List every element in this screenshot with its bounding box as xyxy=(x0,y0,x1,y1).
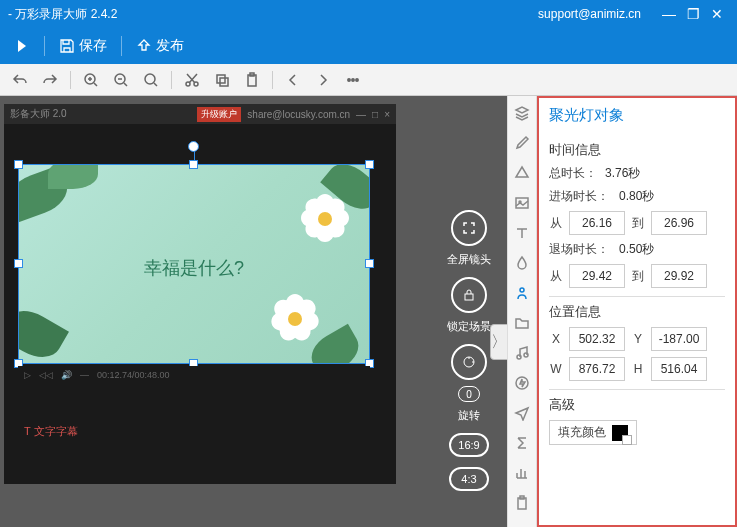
zoom-in-button[interactable] xyxy=(77,67,105,93)
save-button[interactable]: 保存 xyxy=(51,33,115,59)
advanced-section-title: 高级 xyxy=(549,389,725,414)
x-input[interactable] xyxy=(569,327,625,351)
ratio-16-9-button[interactable]: 16:9 xyxy=(449,433,489,457)
svg-rect-12 xyxy=(465,294,473,300)
fill-color-button[interactable]: 填充颜色 xyxy=(549,420,637,445)
more-button[interactable] xyxy=(339,67,367,93)
publish-button[interactable]: 发布 xyxy=(128,33,192,59)
back-button[interactable] xyxy=(279,67,307,93)
enter-duration-label: 进场时长： xyxy=(549,188,613,205)
video-caption: 幸福是什么? xyxy=(144,256,244,280)
undo-button[interactable] xyxy=(6,67,34,93)
from-label: 从 xyxy=(549,215,563,232)
pencil-icon[interactable] xyxy=(511,132,533,154)
embedded-min-icon: — xyxy=(356,109,366,120)
embedded-max-icon: □ xyxy=(372,109,378,120)
save-label: 保存 xyxy=(79,37,107,55)
embedded-url: share@locusky.com.cn xyxy=(247,109,350,120)
forward-button[interactable] xyxy=(309,67,337,93)
layers-icon[interactable] xyxy=(511,102,533,124)
zoom-fit-button[interactable] xyxy=(137,67,165,93)
exit-from-input[interactable] xyxy=(569,264,625,288)
app-title: - 万彩录屏大师 2.4.2 xyxy=(8,6,538,23)
h-label: H xyxy=(631,362,645,376)
video-frame: 幸福是什么? xyxy=(18,164,370,364)
svg-point-10 xyxy=(352,78,354,80)
save-icon xyxy=(59,38,75,54)
fullscreen-label: 全屏镜头 xyxy=(447,252,491,267)
image-icon[interactable] xyxy=(511,192,533,214)
svg-point-19 xyxy=(516,377,528,389)
svg-rect-5 xyxy=(217,75,225,83)
time-section-title: 时间信息 xyxy=(549,135,725,159)
support-link[interactable]: support@animiz.cn xyxy=(538,7,641,21)
person-icon[interactable] xyxy=(511,282,533,304)
plane-icon[interactable] xyxy=(511,402,533,424)
lock-scene-button[interactable] xyxy=(451,277,487,313)
copy-button[interactable] xyxy=(208,67,236,93)
fill-color-label: 填充颜色 xyxy=(558,424,606,441)
rotate-value: 0 xyxy=(458,386,480,402)
svg-point-17 xyxy=(517,355,521,359)
timecode: 00:12.74/00:48.00 xyxy=(97,370,170,380)
zoom-out-button[interactable] xyxy=(107,67,135,93)
enter-duration-value: 0.80秒 xyxy=(619,188,654,205)
from-label-2: 从 xyxy=(549,268,563,285)
embedded-title: 影备大师 2.0 xyxy=(10,107,67,121)
minimize-button[interactable]: — xyxy=(657,6,681,22)
publish-label: 发布 xyxy=(156,37,184,55)
enter-to-input[interactable] xyxy=(651,211,707,235)
player-controls[interactable]: ▷◁◁🔊— 00:12.74/00:48.00 xyxy=(18,366,370,384)
svg-point-2 xyxy=(145,74,155,84)
shape-icon[interactable] xyxy=(511,162,533,184)
close-button[interactable]: ✕ xyxy=(705,6,729,22)
properties-panel: 聚光灯对象 时间信息 总时长：3.76秒 进场时长：0.80秒 从 到 退场时长… xyxy=(537,96,737,527)
sigma-icon[interactable] xyxy=(511,432,533,454)
h-input[interactable] xyxy=(651,357,707,381)
side-toolbar xyxy=(507,96,537,527)
flash-icon[interactable] xyxy=(511,372,533,394)
svg-point-16 xyxy=(520,288,524,292)
clipboard-icon[interactable] xyxy=(511,492,533,514)
svg-rect-6 xyxy=(220,78,228,86)
y-label: Y xyxy=(631,332,645,346)
drop-icon[interactable] xyxy=(511,252,533,274)
ratio-4-3-button[interactable]: 4:3 xyxy=(449,467,489,491)
lock-label: 锁定场景 xyxy=(447,319,491,334)
exit-duration-label: 退场时长： xyxy=(549,241,613,258)
svg-point-11 xyxy=(356,78,358,80)
to-label: 到 xyxy=(631,215,645,232)
to-label-2: 到 xyxy=(631,268,645,285)
publish-icon xyxy=(136,38,152,54)
embedded-close-icon: × xyxy=(384,109,390,120)
exit-to-input[interactable] xyxy=(651,264,707,288)
maximize-button[interactable]: ❐ xyxy=(681,6,705,22)
music-icon[interactable] xyxy=(511,342,533,364)
cut-button[interactable] xyxy=(178,67,206,93)
w-input[interactable] xyxy=(569,357,625,381)
w-label: W xyxy=(549,362,563,376)
rotate-handle[interactable] xyxy=(188,141,199,152)
canvas-area[interactable]: 影备大师 2.0 升级账户 share@locusky.com.cn — □ ×… xyxy=(0,96,507,527)
paste-button[interactable] xyxy=(238,67,266,93)
arrow-right-button[interactable] xyxy=(6,34,38,58)
rotate-button[interactable] xyxy=(451,344,487,380)
total-duration-value: 3.76秒 xyxy=(605,165,640,182)
chart-icon[interactable] xyxy=(511,462,533,484)
svg-point-18 xyxy=(524,353,528,357)
enter-from-input[interactable] xyxy=(569,211,625,235)
expand-panel-button[interactable]: 〉 xyxy=(490,324,507,360)
total-duration-label: 总时长： xyxy=(549,165,599,182)
text-icon[interactable] xyxy=(511,222,533,244)
embedded-window: 影备大师 2.0 升级账户 share@locusky.com.cn — □ ×… xyxy=(4,104,396,484)
position-section-title: 位置信息 xyxy=(549,296,725,321)
subtitle-button[interactable]: T 文字字幕 xyxy=(24,424,78,439)
folder-icon[interactable] xyxy=(511,312,533,334)
exit-duration-value: 0.50秒 xyxy=(619,241,654,258)
fullscreen-camera-button[interactable] xyxy=(451,210,487,246)
redo-button[interactable] xyxy=(36,67,64,93)
panel-title: 聚光灯对象 xyxy=(549,106,725,125)
y-input[interactable] xyxy=(651,327,707,351)
svg-point-9 xyxy=(348,78,350,80)
color-swatch-icon xyxy=(612,425,628,441)
